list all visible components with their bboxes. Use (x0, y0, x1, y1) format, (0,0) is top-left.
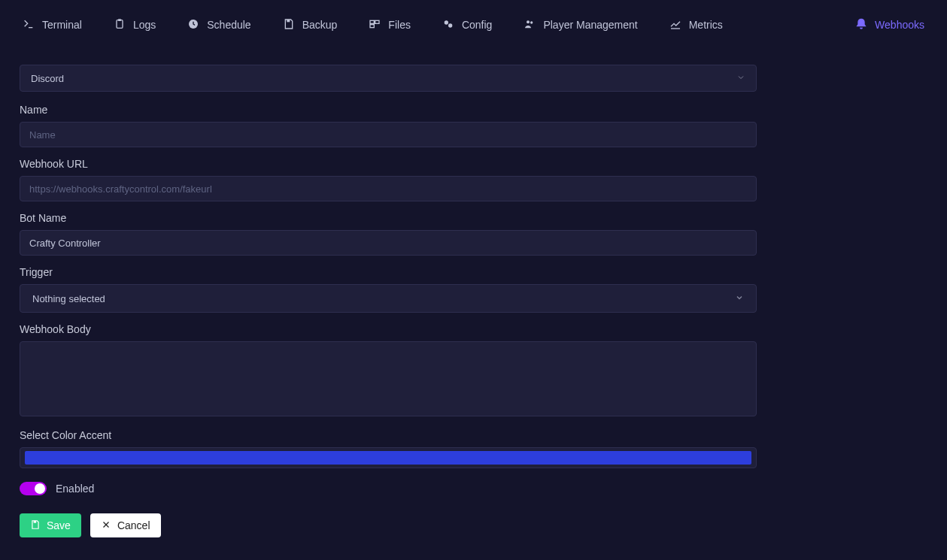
body-textarea[interactable] (20, 341, 757, 416)
service-select-value: Discord (31, 73, 64, 84)
svg-point-8 (445, 20, 448, 24)
svg-rect-6 (375, 20, 379, 23)
tab-label: Config (462, 19, 492, 31)
svg-point-9 (448, 23, 452, 27)
trigger-select-value: Nothing selected (32, 293, 105, 304)
url-input[interactable] (20, 176, 757, 201)
body-label: Webhook Body (20, 323, 757, 335)
tab-label: Metrics (689, 19, 723, 31)
tab-label: Backup (302, 19, 338, 31)
tab-label: Webhooks (875, 19, 924, 31)
color-swatch (25, 451, 751, 465)
botname-label: Bot Name (20, 212, 757, 224)
tab-label: Files (388, 19, 411, 31)
save-button-label: Save (47, 519, 71, 531)
color-input[interactable] (20, 447, 757, 468)
tab-label: Terminal (42, 19, 82, 31)
tab-logs[interactable]: Logs (114, 18, 156, 32)
service-select[interactable]: Discord (20, 65, 757, 92)
chevron-down-icon (736, 73, 745, 84)
users-icon (524, 18, 536, 32)
tab-files[interactable]: Files (369, 18, 411, 32)
svg-rect-7 (370, 24, 374, 27)
chart-icon (669, 18, 681, 32)
enabled-toggle[interactable] (20, 482, 47, 495)
url-label: Webhook URL (20, 158, 757, 170)
close-icon (101, 519, 111, 532)
gears-icon (442, 18, 454, 32)
cancel-button-label: Cancel (117, 519, 150, 531)
tab-backup[interactable]: Backup (283, 18, 338, 32)
tab-label: Player Management (543, 19, 637, 31)
svg-rect-1 (117, 20, 123, 28)
svg-rect-5 (370, 20, 374, 23)
enabled-label: Enabled (56, 483, 94, 495)
terminal-icon (23, 18, 35, 32)
svg-rect-4 (287, 20, 290, 22)
tab-schedule[interactable]: Schedule (187, 18, 250, 32)
save-button[interactable]: Save (20, 513, 81, 537)
svg-point-11 (530, 21, 533, 23)
save-icon (283, 18, 295, 32)
webhook-form: Discord Name Webhook URL Bot Name Trigge… (0, 65, 776, 552)
files-icon (369, 18, 381, 32)
clipboard-icon (114, 18, 126, 32)
bell-icon (855, 18, 867, 32)
name-label: Name (20, 104, 757, 116)
svg-rect-2 (118, 19, 121, 21)
tab-label: Logs (133, 19, 156, 31)
tab-webhooks[interactable]: Webhooks (855, 18, 924, 32)
save-icon (30, 519, 41, 532)
tab-player-management[interactable]: Player Management (524, 18, 637, 32)
tab-bar: Terminal Logs Schedule Backup Files Conf… (0, 0, 947, 50)
color-label: Select Color Accent (20, 429, 757, 441)
toggle-knob (35, 483, 45, 494)
tab-config[interactable]: Config (442, 18, 492, 32)
botname-input[interactable] (20, 230, 757, 256)
svg-rect-12 (34, 520, 37, 522)
tab-terminal[interactable]: Terminal (23, 18, 82, 32)
cancel-button[interactable]: Cancel (90, 513, 161, 537)
trigger-label: Trigger (20, 266, 757, 278)
chevron-down-icon (735, 293, 744, 304)
tab-metrics[interactable]: Metrics (669, 18, 723, 32)
name-input[interactable] (20, 122, 757, 147)
svg-point-10 (527, 20, 530, 23)
trigger-select[interactable]: Nothing selected (20, 284, 757, 313)
tab-label: Schedule (207, 19, 250, 31)
clock-icon (187, 18, 199, 32)
